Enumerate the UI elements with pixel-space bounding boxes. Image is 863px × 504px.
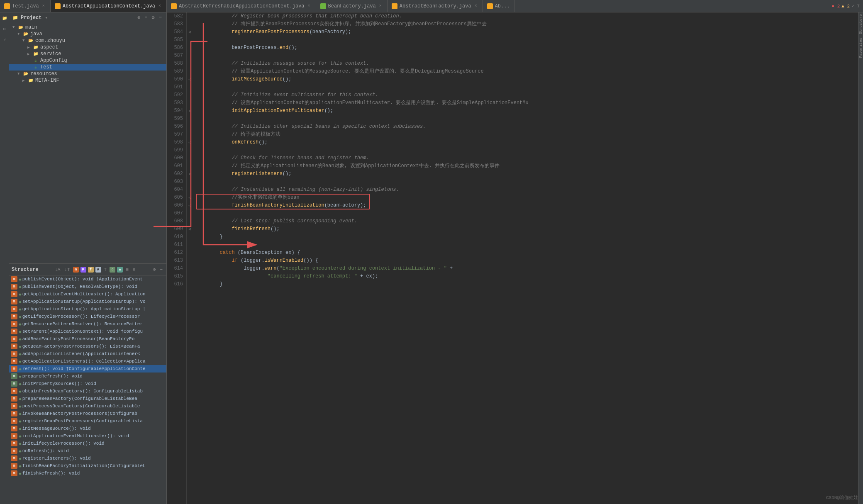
- struct-post-process[interactable]: m ◆ postProcessBeanFactory(ConfigurableL…: [9, 402, 166, 410]
- tree-item-meta-inf[interactable]: ▶ 📁 META-INF: [9, 77, 166, 84]
- struct-on-refresh[interactable]: m ◆ onRefresh(): void: [9, 447, 166, 455]
- struct-init-message[interactable]: m ◆ initMessageSource(): void: [9, 425, 166, 432]
- struct-get-multicaster[interactable]: m ◆ getApplicationEventMulticaster(): Ap…: [9, 290, 166, 298]
- struct-prepare-bean[interactable]: m ◆ prepareBeanFactory(ConfigurableLista…: [9, 395, 166, 402]
- struct-lifecycle[interactable]: m ◆ getLifecycleProcessor(): LifecyclePr…: [9, 313, 166, 320]
- filter-teal-icon[interactable]: ▲: [117, 267, 123, 273]
- tab-abstract-close[interactable]: ×: [157, 3, 162, 9]
- struct-set-parent[interactable]: m ◆ setParent(ApplicationContext): void …: [9, 328, 166, 335]
- ln-599: 599: [170, 146, 183, 154]
- close-panel-icon[interactable]: −: [158, 14, 163, 21]
- settings-struct-icon[interactable]: ⚙: [152, 266, 157, 273]
- struct-refresh[interactable]: m ◆ refresh(): void †ConfigurableApplica…: [9, 365, 166, 373]
- settings-icon[interactable]: ⚙: [151, 14, 156, 21]
- collapse-struct-icon[interactable]: ⊟: [132, 266, 137, 273]
- tab-test-java[interactable]: Test.java ×: [0, 0, 51, 12]
- collapse-icon[interactable]: ≡: [143, 14, 149, 21]
- struct-obtain-bean[interactable]: m ◆ obtainFreshBeanFactory(): Configurab…: [9, 387, 166, 395]
- struct-label-16: prepareBeanFactory(ConfigurableListableB…: [22, 396, 137, 401]
- tab-refreshable[interactable]: AbstractRefreshableApplicationContext.ja…: [167, 0, 316, 12]
- structure-tab[interactable]: Structure: [858, 12, 863, 36]
- modifier-11: ◆: [19, 359, 22, 364]
- method-icon-25: m: [11, 463, 17, 469]
- tree-item-main[interactable]: ▼ 📂 main: [9, 24, 166, 31]
- struct-init-lifecycle[interactable]: m ◆ initLifecycleProcessor(): void: [9, 440, 166, 447]
- close-struct-icon[interactable]: −: [158, 267, 164, 273]
- structure-toolbar: Structure ↓A ↓T m P f A ⊤ ○ ▲ ⊞ ⊟ ⚙ −: [9, 264, 166, 275]
- left-sidebar: 📁 ⊙ ⑂: [0, 12, 9, 504]
- tree-item-com-zhouyu[interactable]: ▼ 📂 com.zhouyu: [9, 37, 166, 44]
- struct-finish-bean[interactable]: m ◆ finishBeanFactoryInitialization(Conf…: [9, 462, 166, 470]
- filter-icon[interactable]: ⊤: [103, 266, 108, 273]
- struct-register-listeners[interactable]: m ◆ registerListeners(): void: [9, 455, 166, 462]
- tree-item-service[interactable]: ▶ 📁 service: [9, 51, 166, 57]
- commit-icon[interactable]: ⊙: [1, 25, 8, 33]
- tab-test-close[interactable]: ×: [41, 3, 46, 9]
- struct-get-listeners[interactable]: m ◆ getApplicationListeners(): Collectio…: [9, 358, 166, 365]
- tab-refreshable-close[interactable]: ×: [307, 3, 312, 9]
- ln-612: 612: [170, 249, 183, 257]
- modifier-24: ◆: [19, 456, 22, 461]
- struct-set-startup[interactable]: m ◆ setApplicationStartup(ApplicationSta…: [9, 298, 166, 305]
- struct-label-11: getApplicationListeners(): Collection<Ap…: [22, 359, 146, 364]
- arrow-meta: ▶: [22, 78, 27, 83]
- gm-600: [187, 154, 193, 162]
- tab-abstract-bean-factory[interactable]: AbstractBeanFactory.java ×: [388, 0, 483, 12]
- struct-get-startup[interactable]: m ◆ getApplicationStartup(): Application…: [9, 305, 166, 313]
- git-icon[interactable]: ⑂: [1, 36, 8, 44]
- sync-icon[interactable]: ⊕: [136, 14, 141, 21]
- struct-finish-refresh[interactable]: m ◆ finishRefresh(): void: [9, 470, 166, 477]
- ln-613: 613: [170, 257, 183, 265]
- tree-item-java[interactable]: ▼ 📂 java: [9, 31, 166, 37]
- expand-icon[interactable]: ⊞: [124, 266, 130, 273]
- dropdown-arrow[interactable]: ▾: [45, 15, 47, 20]
- struct-publish-event2[interactable]: m ◆ publishEvent(Object, ResolvableType)…: [9, 283, 166, 290]
- filter-f-icon[interactable]: f: [88, 267, 94, 273]
- ln-590: 590: [170, 75, 183, 83]
- gm-616: [187, 280, 193, 288]
- struct-resource-pattern[interactable]: m ◆ getResourcePatternResolver(): Resour…: [9, 320, 166, 328]
- ln-614: 614: [170, 265, 183, 273]
- tab-bean-factory[interactable]: BeanFactory.java ×: [316, 0, 388, 12]
- struct-prepare-refresh[interactable]: m ◆ prepareRefresh(): void: [9, 373, 166, 380]
- struct-get-bfpps[interactable]: m ◆ getBeanFactoryPostProcessors(): List…: [9, 343, 166, 350]
- tab-abstract-app-context[interactable]: AbstractApplicationContext.java ×: [51, 0, 167, 12]
- struct-add-bfpp[interactable]: m ◆ addBeanFactoryPostProcessor(BeanFact…: [9, 335, 166, 343]
- tab-bean-factory-close[interactable]: ×: [378, 3, 383, 9]
- tree-item-test[interactable]: ▶ ☕ Test: [9, 64, 166, 71]
- struct-label-5: getLifecycleProcessor(): LifecycleProces…: [22, 314, 140, 319]
- sort-alpha-icon[interactable]: ↓A: [54, 267, 61, 273]
- arrow-aspect: ▶: [27, 45, 32, 50]
- code-line-594: initApplicationEventMulticaster();: [193, 107, 858, 115]
- filter-all-icon[interactable]: A: [95, 267, 101, 273]
- code-line-605: //实例化非懒加载的单例bean: [193, 194, 858, 202]
- tree-item-aspect[interactable]: ▶ 📁 aspect: [9, 44, 166, 51]
- filter-green-icon[interactable]: ○: [110, 267, 115, 273]
- struct-add-listener[interactable]: m ◆ addApplicationListener(ApplicationLi…: [9, 350, 166, 358]
- method-icon-2: m: [11, 291, 17, 297]
- struct-publish-event[interactable]: m ◆ publishEvent(Object): void †Applicat…: [9, 275, 166, 283]
- tab-abstract-bean-close[interactable]: ×: [473, 3, 478, 9]
- gm-613: [187, 257, 193, 265]
- struct-register-bpp[interactable]: m ◆ registerBeanPostProcessors(Configura…: [9, 417, 166, 425]
- arrow-resources: ▼: [17, 72, 22, 76]
- modifier-6: ◆: [19, 321, 22, 327]
- project-header: 📁 Project ▾ ⊕ ≡ ⚙ −: [9, 12, 166, 23]
- code-line-606: finishBeanFactoryInitialization(beanFact…: [193, 202, 858, 209]
- tree-item-appconfig[interactable]: ▶ ☕ AppConfig: [9, 57, 166, 64]
- filter-p-icon[interactable]: P: [80, 267, 86, 273]
- tab-bar: Test.java × AbstractApplicationContext.j…: [0, 0, 863, 12]
- favorites-tab[interactable]: Favorites: [858, 36, 863, 60]
- struct-init-property[interactable]: m ◆ initPropertySources(): void: [9, 380, 166, 387]
- project-icon[interactable]: 📁: [1, 15, 8, 22]
- struct-init-event[interactable]: m ◆ initApplicationEventMulticaster(): v…: [9, 432, 166, 440]
- code-content[interactable]: // Register bean processors that interce…: [193, 12, 858, 504]
- sort-type-icon[interactable]: ↓T: [63, 267, 71, 273]
- filter-m-icon[interactable]: m: [73, 267, 79, 273]
- tree-item-resources[interactable]: ▼ 📂 resources: [9, 71, 166, 77]
- tab-ab[interactable]: Ab...: [483, 0, 514, 12]
- gm-588: [187, 60, 193, 68]
- structure-panel: Structure ↓A ↓T m P f A ⊤ ○ ▲ ⊞ ⊟ ⚙ − m: [9, 263, 166, 504]
- struct-invoke-bfpp[interactable]: m ◆ invokeBeanFactoryPostProcessors(Conf…: [9, 410, 166, 417]
- ln-584: 584: [170, 28, 183, 36]
